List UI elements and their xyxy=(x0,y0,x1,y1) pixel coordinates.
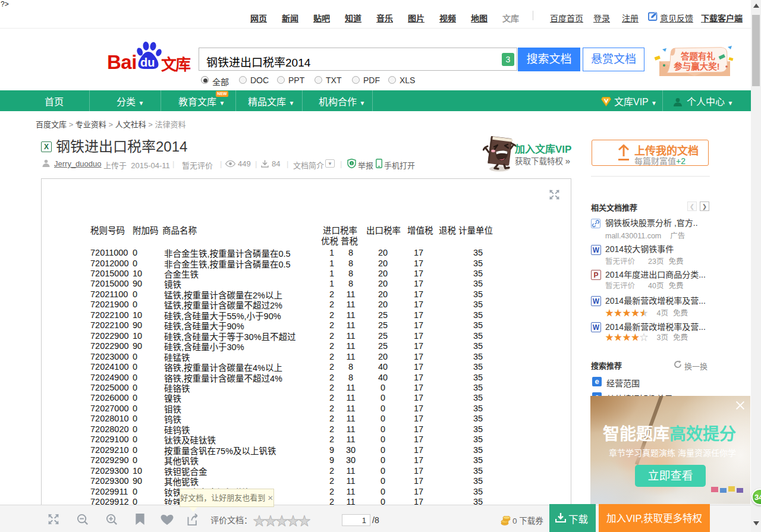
svg-text:答题有礼: 答题有礼 xyxy=(681,51,715,61)
svg-text:!: ! xyxy=(351,162,353,165)
svg-text:参与赢大奖!: 参与赢大奖! xyxy=(674,61,719,71)
